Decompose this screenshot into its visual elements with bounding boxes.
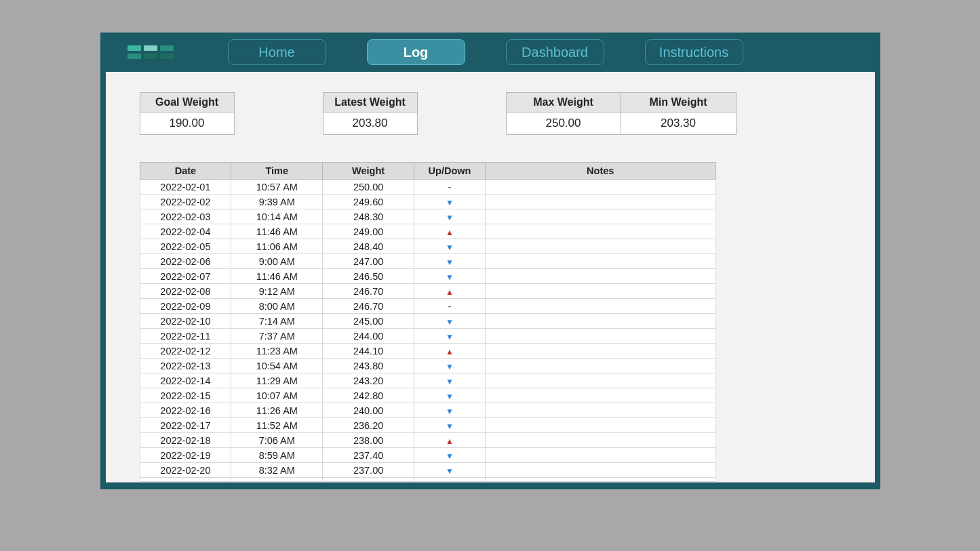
cell-weight: 237.00 [323,463,414,478]
stat-latest-label: Latest Weight [323,92,418,113]
cell-weight: 244.10 [323,344,414,359]
cell-notes[interactable] [485,448,716,463]
down-arrow-icon: ▼ [446,422,454,431]
cell-weight: 243.20 [323,373,414,388]
down-arrow-icon: ▼ [446,243,454,252]
cell-updown: ▼ [414,254,486,269]
table-row[interactable]: 2022-02-1611:26 AM240.00▼ [140,403,716,418]
tab-dashboard[interactable]: Dashboard [506,39,604,65]
table-row[interactable]: 2022-02-187:06 AM238.00▲ [140,433,716,448]
cell-time: 10:54 AM [231,359,323,373]
cell-notes[interactable] [485,224,716,239]
tab-log[interactable]: Log [367,39,465,65]
table-row[interactable]: 2022-02-1411:29 AM243.20▼ [140,373,716,388]
cell-weight: 245.00 [323,314,414,329]
table-row[interactable]: 2022-02-198:59 AM237.40▼ [140,448,716,463]
cell-time: 10:07 AM [231,388,323,403]
cell-notes[interactable] [485,269,716,284]
cell-date: 2022-02-16 [140,403,231,418]
cell-weight: 248.40 [323,239,414,254]
cell-weight: 247.00 [323,254,414,269]
table-row[interactable]: 2022-02-1211:23 AM244.10▲ [140,344,716,359]
table-row[interactable]: 2022-02-0411:46 AM249.00▲ [140,224,716,239]
cell-notes[interactable] [485,359,716,373]
down-arrow-icon: ▼ [446,332,454,342]
cell-time: 8:00 AM [231,299,323,314]
cell-weight: 238.00 [323,433,414,448]
cell-weight: 237.40 [323,448,414,463]
cell-notes[interactable] [485,403,716,418]
stat-goal-label: Goal Weight [140,92,235,113]
table-row[interactable]: 2022-02-0511:06 AM248.40▼ [140,239,716,254]
cell-weight: 242.80 [323,388,414,403]
cell-notes[interactable] [485,239,716,254]
cell-time: 8:59 AM [231,448,323,463]
up-arrow-icon: ▲ [446,287,454,297]
stat-latest: Latest Weight 203.80 [323,92,418,135]
no-change-icon: - [448,182,452,192]
table-row[interactable]: 2022-02-1711:52 AM236.20▼ [140,418,716,433]
cell-notes[interactable] [485,388,716,403]
cell-time: 11:52 AM [231,418,323,433]
cell-notes[interactable] [485,209,716,224]
cell-weight: 246.70 [323,284,414,299]
table-row[interactable]: 2022-02-069:00 AM247.00▼ [140,254,716,269]
cell-notes[interactable] [485,373,716,388]
table-header-row: Date Time Weight Up/Down Notes [140,163,716,180]
cell-date: 2022-02-03 [140,209,231,224]
cell-weight: 240.00 [323,403,414,418]
log-table-wrap: Date Time Weight Up/Down Notes 2022-02-0… [106,162,875,482]
table-row[interactable]: 2022-02-0110:57 AM250.00- [140,180,716,195]
table-row[interactable]: 2022-02-1510:07 AM242.80▼ [140,388,716,403]
stat-min-value: 203.30 [621,113,737,135]
nav-tabs: Home Log Dashboard Instructions [228,39,867,65]
cell-date: 2022-02-20 [140,463,231,478]
table-row[interactable]: 2022-02-1310:54 AM243.80▼ [140,359,716,373]
cell-updown: ▲ [414,433,486,448]
cell-date: 2022-02-07 [140,269,231,284]
cell-updown: ▼ [414,269,486,284]
down-arrow-icon: ▼ [446,317,454,327]
cell-notes[interactable] [485,433,716,448]
cell-notes[interactable] [485,195,716,209]
grid-line [106,482,875,483]
cell-time: 9:12 AM [231,284,323,299]
cell-date: 2022-02-06 [140,254,231,269]
down-arrow-icon: ▼ [446,362,454,371]
table-row[interactable]: 2022-02-0711:46 AM246.50▼ [140,269,716,284]
cell-notes[interactable] [485,463,716,478]
cell-date: 2022-02-12 [140,344,231,359]
cell-date: 2022-02-18 [140,433,231,448]
cell-date: 2022-02-10 [140,314,231,329]
cell-date: 2022-02-19 [140,448,231,463]
table-row[interactable]: 2022-02-117:37 AM244.00▼ [140,329,716,344]
tab-instructions[interactable]: Instructions [645,39,743,65]
col-updown: Up/Down [414,163,486,180]
table-row[interactable]: 2022-02-089:12 AM246.70▲ [140,284,716,299]
header-bar: Home Log Dashboard Instructions [100,33,880,72]
table-row[interactable]: 2022-02-0310:14 AM248.30▼ [140,209,716,224]
cell-notes[interactable] [485,299,716,314]
cell-updown: ▼ [414,463,486,478]
cell-notes[interactable] [485,284,716,299]
cell-date: 2022-02-13 [140,359,231,373]
table-row[interactable]: 2022-02-098:00 AM246.70- [140,299,716,314]
table-row[interactable]: 2022-02-029:39 AM249.60▼ [140,195,716,209]
cell-date: 2022-02-04 [140,224,231,239]
table-row[interactable]: 2022-02-208:32 AM237.00▼ [140,463,716,478]
cell-weight: 236.20 [323,418,414,433]
cell-date: 2022-02-09 [140,299,231,314]
table-row-empty [140,478,716,482]
cell-notes[interactable] [485,314,716,329]
app-frame: Home Log Dashboard Instructions Goal Wei… [100,33,880,489]
cell-notes[interactable] [485,180,716,195]
col-date: Date [140,163,231,180]
cell-updown: ▼ [414,195,486,209]
cell-notes[interactable] [485,254,716,269]
cell-notes[interactable] [485,344,716,359]
table-row[interactable]: 2022-02-107:14 AM245.00▼ [140,314,716,329]
cell-notes[interactable] [485,418,716,433]
tab-home[interactable]: Home [228,39,326,65]
cell-notes[interactable] [485,329,716,344]
cell-updown: ▲ [414,224,486,239]
